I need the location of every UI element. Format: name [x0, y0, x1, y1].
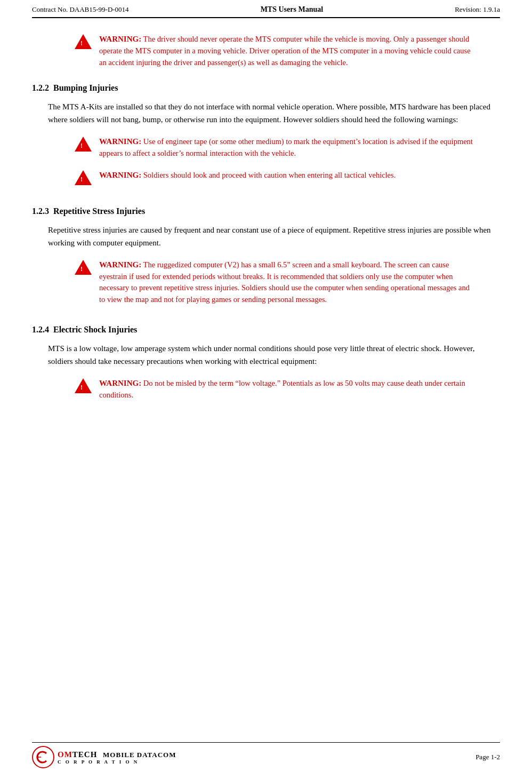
warning-icon-5	[75, 378, 92, 395]
section-heading-124: 1.2.4 Electric Shock Injuries	[32, 325, 500, 335]
footer-mobile: MOBILE DATACOM	[103, 751, 176, 759]
warning-block-5: WARNING: Do not be misled by the term “l…	[75, 377, 473, 401]
triangle-icon-4	[75, 260, 92, 275]
header-contract: Contract No. DAAB15-99-D-0014	[32, 5, 129, 14]
warning-body-4: The ruggedized computer (V2) has a small…	[99, 260, 470, 304]
section-123-para: Repetitive stress injuries are caused by…	[48, 224, 500, 249]
warning-text-2: WARNING: Use of engineer tape (or some o…	[99, 136, 473, 160]
page: Contract No. DAAB15-99-D-0014 MTS Users …	[0, 0, 532, 779]
warning-block-3: WARNING: Soldiers should look and procee…	[75, 169, 473, 187]
footer-brand: OMTECH MOBILE DATACOM	[58, 750, 176, 759]
warning-label-4: WARNING:	[99, 260, 141, 269]
section-heading-122: 1.2.2 Bumping Injuries	[32, 83, 500, 93]
section-122-para: The MTS A-Kits are installed so that the…	[48, 100, 500, 126]
warning-label-5: WARNING:	[99, 379, 141, 387]
warning-text-3: WARNING: Soldiers should look and procee…	[99, 169, 396, 181]
footer-logo: OMTECH MOBILE DATACOM C O R P O R A T I …	[32, 746, 176, 768]
warning-block-4: WARNING: The ruggedized computer (V2) ha…	[75, 259, 473, 306]
warning-label-3: WARNING:	[99, 171, 141, 179]
triangle-icon-5	[75, 378, 92, 393]
warning-icon-4	[75, 260, 92, 277]
header-revision: Revision: 1.9.1a	[455, 5, 500, 14]
warning-label-1: WARNING:	[99, 35, 141, 43]
warning-body-1: The driver should never operate the MTS …	[99, 35, 471, 67]
footer-brand-om: OM	[58, 750, 72, 759]
warning-icon-2	[75, 137, 92, 154]
footer-logo-text: OMTECH MOBILE DATACOM C O R P O R A T I …	[58, 750, 176, 765]
section-124-para: MTS is a low voltage, low amperage syste…	[48, 342, 500, 368]
warning-block-1: WARNING: The driver should never operate…	[75, 33, 473, 68]
triangle-icon-3	[75, 170, 92, 185]
logo-circle	[32, 746, 54, 768]
warning-label-2: WARNING:	[99, 137, 141, 146]
section-heading-123: 1.2.3 Repetitive Stress Injuries	[32, 206, 500, 216]
warning-body-5: Do not be misled by the term “low voltag…	[99, 379, 465, 399]
warning-text-5: WARNING: Do not be misled by the term “l…	[99, 377, 473, 401]
logo-svg	[36, 750, 51, 765]
warning-body-3: Soldiers should look and proceed with ca…	[141, 171, 396, 179]
warning-icon-1	[75, 34, 92, 51]
footer-brand-tech: TECH	[72, 750, 98, 759]
header-title: MTS Users Manual	[261, 5, 323, 14]
footer-corp: C O R P O R A T I O N	[58, 759, 176, 765]
warning-body-2: Use of engineer tape (or some other medi…	[99, 137, 473, 157]
warning-text-1: WARNING: The driver should never operate…	[99, 33, 473, 68]
page-header: Contract No. DAAB15-99-D-0014 MTS Users …	[32, 0, 500, 18]
footer-page-number: Page 1-2	[475, 753, 500, 761]
warning-text-4: WARNING: The ruggedized computer (V2) ha…	[99, 259, 473, 306]
triangle-icon	[75, 34, 92, 49]
warning-icon-3	[75, 170, 92, 187]
main-content: WARNING: The driver should never operate…	[32, 33, 500, 401]
page-footer: OMTECH MOBILE DATACOM C O R P O R A T I …	[32, 742, 500, 768]
triangle-icon-2	[75, 137, 92, 152]
warning-block-2: WARNING: Use of engineer tape (or some o…	[75, 136, 473, 160]
